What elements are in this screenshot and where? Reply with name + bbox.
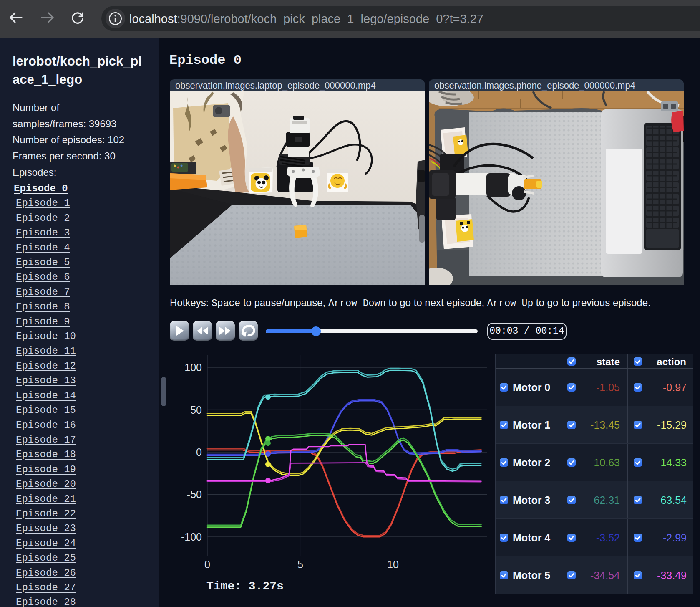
svg-text:0: 0 [204, 559, 210, 570]
svg-text:50: 50 [190, 404, 202, 416]
svg-text:-50: -50 [187, 488, 202, 500]
svg-text:Time: 3.27s: Time: 3.27s [206, 580, 284, 593]
svg-text:5: 5 [297, 559, 303, 570]
svg-text:-100: -100 [181, 531, 202, 543]
svg-text:100: 100 [184, 362, 202, 373]
svg-text:10: 10 [387, 559, 399, 570]
svg-text:0: 0 [196, 446, 202, 458]
